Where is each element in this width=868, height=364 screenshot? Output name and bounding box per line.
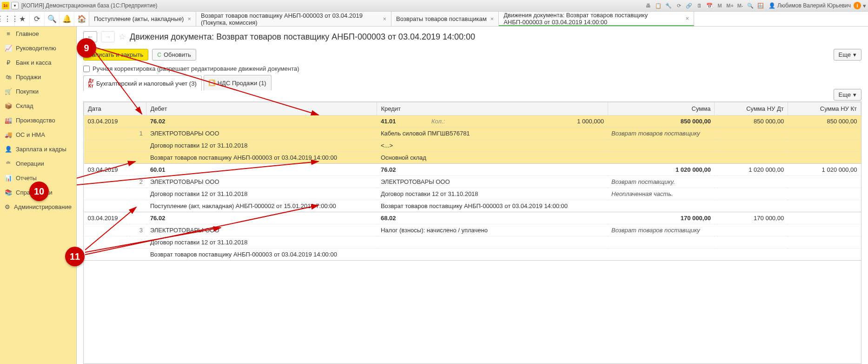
subtab-0[interactable]: ДтКтБухгалтерский и налоговый учет (3) [83,75,202,91]
cell-n: 3 [130,224,146,236]
memory-m[interactable]: М [716,1,724,10]
tab-1[interactable]: Возврат товаров поставщику АНБП-000003 о… [196,12,391,26]
cell-nukt: 850 000,00 [788,115,861,128]
calc-icon[interactable]: 🗓 [695,1,703,10]
reg-row-2-accounts[interactable]: 03.04.2019 76.02 68.02 170 000,00 170 00… [84,212,861,224]
clipboard-icon[interactable]: 📋 [654,1,663,10]
search-toolbar-icon[interactable]: 🔍 [45,12,60,26]
reg-row-0-line2[interactable]: Договор поставки 12 от 31.10.2018 <...> [84,140,861,152]
cell-qty [428,212,608,224]
cell-debit2: Договор поставки 12 от 31.10.2018 [146,188,377,200]
print-icon[interactable]: 🖶 [644,1,652,10]
reg-row-1-line3[interactable]: Поступление (акт, накладная) АНБП-000002… [84,200,861,212]
accounting-icon: ДтКт [88,78,94,88]
memory-m-minus[interactable]: М- [736,1,744,10]
th-nudt[interactable]: Сумма НУ Дт [715,102,788,115]
tabs-area: Поступление (акты, накладные)×Возврат то… [89,12,868,26]
history-icon[interactable]: ⟳ [30,12,45,26]
sidebar-label: Продажи [16,74,41,81]
cell-credit1: Кабель силовой ПМГШВ576781 [377,128,608,140]
manual-correction-row: Ручная корректировка (разрешает редактир… [77,62,868,75]
cell-num-gap [130,212,146,224]
nav-forward-button[interactable]: → [101,31,115,42]
sidebar-item-5[interactable]: 📦Склад [0,99,76,113]
cell-credit1: Налог (взносы): начислено / уплачено [377,224,608,236]
sidebar-icon: 📚 [5,189,12,196]
th-date[interactable]: Дата [84,102,146,115]
cell-sum: 1 020 000,00 [608,164,715,176]
subtab-label: Бухгалтерский и налоговый учет (3) [96,80,197,87]
reg-row-2-line1[interactable]: 3 ЭЛЕКТРОТОВАРЫ ООО Налог (взносы): начи… [84,224,861,236]
sidebar-item-12[interactable]: ⚙Администрирование [0,200,76,214]
reg-row-1-line1[interactable]: 2 ЭЛЕКТРОТОВАРЫ ООО ЭЛЕКТРОТОВАРЫ ООО Во… [84,176,861,188]
search-icon[interactable]: 🔍 [746,1,755,10]
callout-9: 9 [77,38,96,58]
tab-3[interactable]: Движения документа: Возврат товаров пост… [499,12,694,26]
reg-row-0-line1[interactable]: 1 ЭЛЕКТРОТОВАРЫ ООО Кабель силовой ПМГШВ… [84,128,861,140]
vat-icon: 📄 [209,80,215,86]
window-close-icon[interactable]: ▾ [863,2,866,9]
cell-credit3: Основной склад [377,152,608,164]
refresh-button[interactable]: С Обновить [152,49,196,61]
link-icon[interactable]: 🔗 [685,1,693,10]
home-icon[interactable]: 🏠 [74,12,89,26]
tab-label: Возвраты товаров поставщикам [396,15,487,22]
tab-label: Возврат товаров поставщику АНБП-000003 о… [201,12,379,26]
sidebar-label: Руководителю [16,45,56,52]
memory-m-plus[interactable]: М+ [726,1,734,10]
favorites-icon[interactable]: ★ [15,12,30,26]
reg-row-0-accounts[interactable]: 03.04.2019 76.02 41.01 Кол.:1 000,000 85… [84,115,861,128]
reg-row-2-line2[interactable]: Договор поставки 12 от 31.10.2018 [84,236,861,249]
info-icon[interactable]: i [854,2,861,9]
apps-icon[interactable]: ⋮⋮⋮ [0,12,15,26]
th-nukt[interactable]: Сумма НУ Кт [788,102,861,115]
reg-row-0-line3[interactable]: Возврат товаров поставщику АНБП-000003 о… [84,152,861,164]
sidebar-item-7[interactable]: 🚚ОС и НМА [0,128,76,142]
tab-close-icon[interactable]: × [383,15,386,22]
cell-credit3: Возврат товаров поставщику АНБП-000003 о… [377,200,608,212]
subtab-1[interactable]: 📄НДС Продажи (1) [204,75,272,90]
main-content: ← → ☆ Движения документа: Возврат товаро… [77,27,868,364]
tab-close-icon[interactable]: × [490,15,494,22]
app-menu-dropdown[interactable]: ▼ [11,2,19,9]
sidebar-item-8[interactable]: 👤Зарплата и кадры [0,142,76,156]
tools-icon[interactable]: 🔧 [664,1,673,10]
more-button[interactable]: Еще ▾ [834,49,861,61]
sidebar-item-0[interactable]: ≡Главное [0,27,76,41]
th-debit[interactable]: Дебет [146,102,377,115]
tab-close-icon[interactable]: × [686,15,689,22]
tab-0[interactable]: Поступление (акты, накладные)× [89,12,196,26]
manual-correction-checkbox[interactable] [83,66,90,72]
sidebar-item-2[interactable]: ₽Банк и касса [0,55,76,70]
reg-row-1-accounts[interactable]: 03.04.2019 60.01 76.02 1 020 000,00 1 02… [84,164,861,176]
notifications-icon[interactable]: 🔔 [60,12,74,26]
sidebar-icon: ₽ [5,59,12,66]
cell-nukt [788,212,861,224]
user-area[interactable]: 👤 Любимов Валерий Юрьевич [769,2,851,9]
sidebar-item-3[interactable]: 🛍Продажи [0,70,76,84]
th-sum[interactable]: Сумма [608,102,715,115]
tab-close-icon[interactable]: × [187,15,191,22]
favorite-star-icon[interactable]: ☆ [119,32,126,42]
reload-icon[interactable]: ⟳ [675,1,683,10]
sidebar-item-4[interactable]: 🛒Покупки [0,84,76,99]
th-credit[interactable]: Кредит [377,102,608,115]
cell-debit3: Поступление (акт, накладная) АНБП-000002… [146,200,377,212]
reg-row-1-line2[interactable]: Договор поставки 12 от 31.10.2018 Догово… [84,188,861,200]
reg-row-2-line3[interactable]: Возврат товаров поставщику АНБП-000003 о… [84,249,861,261]
cell-debit-acc: 76.02 [146,212,377,224]
cell-empty [84,224,130,236]
cell-credit-acc: 76.02 [377,164,428,176]
cell-date: 03.04.2019 [84,212,130,224]
window-icon[interactable]: 🪟 [756,1,765,10]
calendar-icon[interactable]: 📅 [705,1,714,10]
sidebar-item-9[interactable]: ᵈᵏОперации [0,156,76,171]
refresh-icon: С [157,52,161,58]
sidebar-item-1[interactable]: 📈Руководителю [0,41,76,55]
cell-credit1: ЭЛЕКТРОТОВАРЫ ООО [377,176,608,188]
cell-nudt: 850 000,00 [715,115,788,128]
tab-2[interactable]: Возвраты товаров поставщикам× [391,12,499,26]
sidebar-item-6[interactable]: 🏭Производство [0,113,76,128]
app-logo-icon: 1c [2,2,9,9]
table-more-button[interactable]: Еще ▾ [834,89,861,101]
